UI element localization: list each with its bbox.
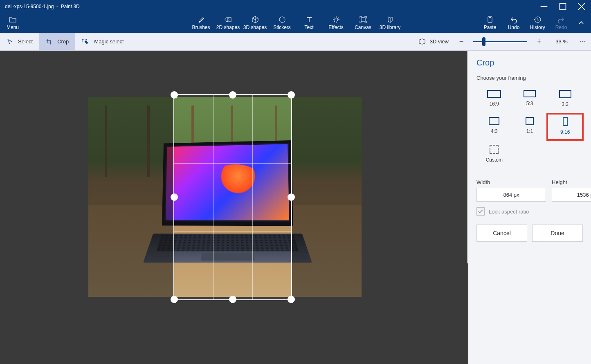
paste-label: Paste (484, 25, 497, 30)
crop-handle-br[interactable] (288, 296, 295, 303)
zoom-in-button[interactable]: + (532, 35, 546, 49)
ratio-16-9-icon (487, 90, 501, 98)
folder-icon (9, 16, 17, 24)
select-tool[interactable]: Select (0, 33, 39, 51)
ratio-5-3-label: 5:3 (526, 101, 533, 106)
ratio-9-16[interactable]: 9:16 (547, 114, 583, 140)
ratio-9-16-icon (563, 117, 568, 126)
maximize-icon (559, 2, 567, 11)
svg-point-4 (335, 18, 338, 21)
ratio-1-1[interactable]: 1:1 (512, 114, 548, 140)
crop-handle-bc[interactable] (229, 296, 236, 303)
window-close-button[interactable] (572, 0, 591, 13)
tool-3d-label: 3D shapes (243, 25, 267, 30)
tool-2d-label: 2D shapes (216, 25, 240, 30)
tool-brushes[interactable]: Brushes (188, 13, 215, 33)
tool-canvas-label: Canvas (355, 25, 371, 30)
cancel-button[interactable]: Cancel (476, 225, 527, 242)
canvas-icon (359, 16, 367, 24)
3d-view-toggle[interactable]: 3D view (415, 38, 452, 45)
height-input[interactable] (552, 188, 591, 202)
minimize-icon (540, 2, 548, 11)
ratio-4-3-label: 4:3 (491, 128, 498, 134)
ratio-custom-label: Custom (486, 157, 503, 163)
ratio-3-2-label: 3:2 (562, 101, 569, 107)
tool-effects-label: Effects (328, 25, 343, 30)
window-minimize-button[interactable] (535, 0, 553, 13)
tool-2d-shapes[interactable]: 2D shapes (215, 13, 242, 33)
redo-label: Redo (555, 25, 567, 30)
crop-dim-left (88, 97, 173, 297)
ratio-3-2[interactable]: 3:2 (547, 87, 583, 112)
magic-select-tool[interactable]: Magic select (75, 33, 130, 51)
crop-handle-ml[interactable] (171, 193, 178, 201)
window-maximize-button[interactable] (553, 0, 572, 13)
crop-dim-right (291, 97, 362, 297)
ratio-custom[interactable]: Custom (476, 142, 512, 168)
close-icon (578, 2, 586, 11)
zoom-out-button[interactable]: − (454, 35, 468, 49)
crop-label: Crop (57, 38, 69, 45)
ratio-4-3[interactable]: 4:3 (476, 114, 512, 140)
ratio-16-9-label: 16:9 (490, 101, 499, 107)
collapse-ribbon-button[interactable] (573, 13, 589, 33)
ratio-16-9[interactable]: 16:9 (476, 87, 512, 112)
title-bar: dell-xps-15-9500-1.jpg - Paint 3D (0, 0, 591, 13)
lock-aspect-label: Lock aspect ratio (489, 209, 529, 215)
svg-point-11 (582, 41, 584, 42)
magic-select-icon (82, 38, 89, 45)
panel-buttons: Cancel Done (476, 225, 583, 242)
tool-3d-shapes[interactable]: 3D shapes (242, 13, 269, 33)
svg-point-10 (580, 41, 582, 42)
panel-scrollbar[interactable] (467, 51, 468, 263)
undo-icon (510, 16, 518, 24)
shapes2d-icon (224, 16, 232, 24)
zoom-thumb[interactable] (482, 37, 485, 46)
tool-stickers[interactable]: Stickers (269, 13, 296, 33)
magic-label: Magic select (94, 38, 124, 45)
undo-button[interactable]: Undo (502, 13, 526, 33)
title-sep: - (54, 4, 61, 9)
menu-label: Menu (7, 25, 19, 30)
check-icon (478, 209, 483, 214)
crop-handle-mr[interactable] (288, 193, 295, 201)
canvas-image[interactable] (88, 97, 362, 297)
tool-text[interactable]: Text (296, 13, 323, 33)
sub-toolbar: Select Crop Magic select 3D view − + 33 … (0, 33, 591, 51)
menu-button[interactable]: Menu (0, 13, 25, 33)
crop-handle-tr[interactable] (288, 91, 295, 99)
redo-button[interactable]: Redo (549, 13, 573, 33)
main-area: Crop Choose your framing 16:9 5:3 3:2 4:… (0, 51, 591, 364)
canvas-area[interactable] (0, 51, 468, 364)
svg-point-12 (584, 41, 586, 42)
view3d-label: 3D view (430, 38, 449, 45)
undo-label: Undo (508, 25, 520, 30)
text-icon (305, 16, 313, 24)
stickers-icon (278, 16, 286, 24)
zoom-slider[interactable] (473, 38, 527, 46)
crop-handle-bl[interactable] (171, 296, 178, 303)
tool-3d-library[interactable]: 3D library (377, 13, 404, 33)
tool-canvas[interactable]: Canvas (350, 13, 377, 33)
zoom-value[interactable]: 33 % (551, 38, 572, 45)
paste-icon (486, 16, 494, 24)
lock-aspect-checkbox[interactable] (476, 207, 485, 216)
width-label: Width (476, 179, 546, 185)
history-button[interactable]: History (526, 13, 549, 33)
redo-icon (557, 16, 565, 24)
ellipsis-icon (580, 38, 586, 45)
tool-library-label: 3D library (380, 25, 400, 30)
width-input[interactable] (476, 188, 546, 202)
more-options-button[interactable] (575, 33, 591, 51)
lock-aspect-row[interactable]: Lock aspect ratio (476, 207, 583, 216)
ratio-5-3-icon (524, 90, 536, 97)
crop-handle-tc[interactable] (229, 91, 236, 99)
ratio-4-3-icon (489, 117, 499, 125)
crop-handle-tl[interactable] (171, 91, 178, 99)
tool-effects[interactable]: Effects (323, 13, 350, 33)
crop-tool[interactable]: Crop (39, 33, 75, 51)
shapes3d-icon (251, 16, 259, 24)
paste-button[interactable]: Paste (478, 13, 502, 33)
ratio-5-3[interactable]: 5:3 (512, 87, 548, 112)
done-button[interactable]: Done (532, 225, 583, 242)
